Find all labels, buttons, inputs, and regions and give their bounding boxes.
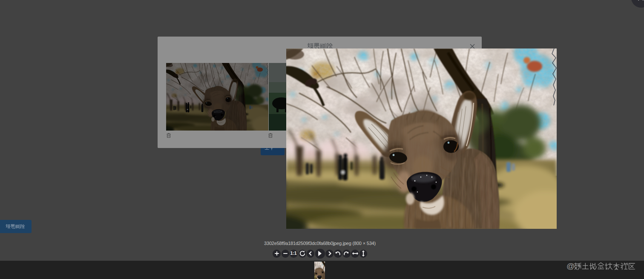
svg-text:1:1: 1:1 [290, 251, 297, 256]
